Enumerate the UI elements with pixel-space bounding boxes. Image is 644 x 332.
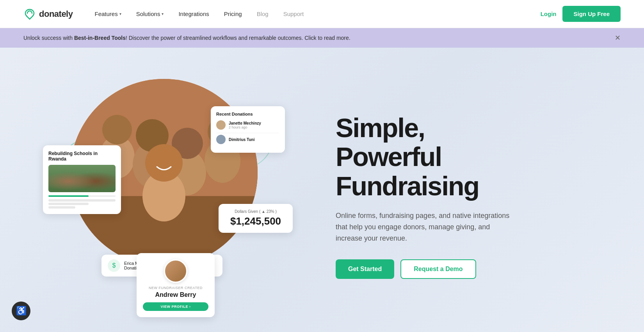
card-line bbox=[48, 203, 89, 205]
fundraising-card-title: Rebuilding Schools in Rwanda bbox=[48, 151, 116, 162]
signup-button[interactable]: Sign Up Free bbox=[562, 6, 621, 22]
donation-item: Dimitrius Tuni bbox=[216, 135, 279, 144]
profile-avatar bbox=[164, 259, 187, 283]
fundraising-card-lines bbox=[48, 199, 116, 209]
nav-integrations[interactable]: Integrations bbox=[172, 7, 215, 20]
card-stats: Dollars Given ( ▲ 23% ) $1,245,500 bbox=[219, 204, 293, 233]
donor-name: Janette Mechinzy bbox=[229, 121, 279, 125]
card-line bbox=[48, 206, 75, 209]
fundraising-progress-bar bbox=[48, 195, 116, 197]
donations-card-title: Recent Donations bbox=[216, 112, 279, 116]
request-demo-button[interactable]: Request a Demo bbox=[400, 259, 476, 279]
stats-value: $1,245,500 bbox=[224, 215, 287, 227]
card-fundraising: Rebuilding Schools in Rwanda bbox=[43, 145, 121, 214]
hero-content: Simple, Powerful Fundraising Online form… bbox=[304, 113, 605, 279]
profile-name: Andrew Berry bbox=[143, 291, 208, 298]
hero-title: Simple, Powerful Fundraising bbox=[336, 113, 605, 201]
hero-visual: Rebuilding Schools in Rwanda Recent Dona… bbox=[31, 67, 304, 325]
logo-text: donately bbox=[39, 9, 73, 19]
accessibility-icon: ♿ bbox=[16, 306, 27, 316]
hero-actions: Get Started Request a Demo bbox=[336, 259, 605, 279]
banner-text: Unlock success with Best-in-Breed Tools!… bbox=[23, 35, 350, 41]
view-profile-button[interactable]: VIEW PROFILE › bbox=[143, 302, 208, 311]
nav-actions: Login Sign Up Free bbox=[541, 6, 621, 22]
logo-icon bbox=[23, 8, 36, 20]
notification-icon: $ bbox=[108, 259, 120, 272]
donation-time: 2 hours ago bbox=[229, 125, 279, 129]
svg-point-3 bbox=[102, 115, 132, 145]
fundraising-progress-fill bbox=[48, 195, 89, 197]
hero-section: Rebuilding Schools in Rwanda Recent Dona… bbox=[0, 48, 644, 332]
chevron-down-icon: ▾ bbox=[119, 12, 121, 16]
announcement-banner[interactable]: Unlock success with Best-in-Breed Tools!… bbox=[0, 28, 644, 48]
donor-name: Dimitrius Tuni bbox=[229, 137, 279, 142]
card-line bbox=[48, 199, 116, 202]
navbar: donately Features ▾ Solutions ▾ Integrat… bbox=[0, 0, 644, 28]
nav-features[interactable]: Features ▾ bbox=[88, 7, 127, 20]
get-started-button[interactable]: Get Started bbox=[336, 259, 394, 279]
donor-avatar bbox=[216, 120, 226, 130]
logo[interactable]: donately bbox=[23, 8, 73, 20]
accessibility-button[interactable]: ♿ bbox=[12, 302, 30, 320]
chevron-down-icon: ▾ bbox=[162, 12, 164, 16]
card-profile: New Fundraiser Created Andrew Berry VIEW… bbox=[137, 253, 215, 317]
stats-label: Dollars Given ( ▲ 23% ) bbox=[224, 209, 287, 214]
nav-support[interactable]: Support bbox=[277, 7, 310, 20]
profile-label: New Fundraiser Created bbox=[143, 286, 208, 290]
login-button[interactable]: Login bbox=[541, 11, 557, 17]
nav-solutions[interactable]: Solutions ▾ bbox=[130, 7, 170, 20]
donation-item: Janette Mechinzy 2 hours ago bbox=[216, 120, 279, 130]
nav-pricing[interactable]: Pricing bbox=[218, 7, 248, 20]
donation-divider bbox=[216, 133, 279, 133]
fundraising-card-image bbox=[48, 165, 116, 192]
nav-blog[interactable]: Blog bbox=[251, 7, 275, 20]
hero-subtitle: Online forms, fundraising pages, and nat… bbox=[336, 210, 515, 244]
card-recent-donations: Recent Donations Janette Mechinzy 2 hour… bbox=[211, 106, 285, 153]
svg-point-11 bbox=[145, 144, 183, 182]
donor-avatar bbox=[216, 135, 226, 144]
banner-close-button[interactable]: ✕ bbox=[615, 34, 621, 41]
nav-links: Features ▾ Solutions ▾ Integrations Pric… bbox=[88, 7, 540, 20]
